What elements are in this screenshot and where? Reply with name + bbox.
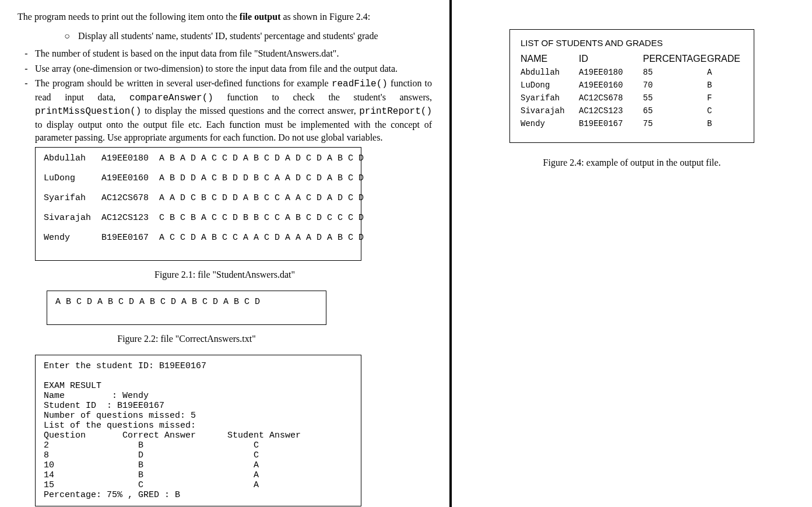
dash-icon: - [17,47,35,60]
cell-percentage: 70 [643,81,707,90]
cell-grade: B [707,119,742,128]
dash-bullet-list: - The number of student is based on the … [17,47,432,144]
figure-2-4-caption: Figure 2.4: example of output in the out… [543,158,721,168]
figure-2-4-header-row: NAME ID PERCENTAGE GRADE [521,54,743,64]
cell-name: Abdullah [521,68,579,77]
page-left-column: The program needs to print out the follo… [0,0,452,507]
figure-2-1-box: Abdullah A19EE0180 A B A D A C C D A B C… [35,147,361,261]
code-compareanswer: compareAnswer() [129,93,213,103]
bullet-1-text: The number of student is based on the in… [35,47,432,60]
figure-2-3-box: Enter the student ID: B19EE0167 EXAM RES… [35,355,361,506]
cell-percentage: 85 [643,68,707,77]
code-readfile: readFile() [332,79,388,89]
display-text: Display all students' name, students' ID… [78,31,378,41]
intro-prefix: The program needs to print out the follo… [17,12,240,22]
code-printreport: printReport() [359,106,432,117]
cell-name: LuDong [521,81,579,90]
display-line: ○ Display all students' name, students' … [64,31,432,41]
cell-grade: A [707,68,742,77]
figure-2-2-box: A B C D A B C D A B C D A B C D A B C D [47,291,326,325]
page-right-column: LIST OF STUDENTS AND GRADES NAME ID PERC… [452,0,812,507]
bullet-2: - Use array (one-dimension or two-dimens… [17,62,432,75]
cell-percentage: 75 [643,119,707,128]
cell-name: Wendy [521,119,579,128]
table-row: SyarifahAC12CS67855F [521,93,743,103]
figure-2-1-caption: Figure 2.1: file "StudentAnswers.dat" [17,270,432,280]
table-row: WendyB19EE016775B [521,119,743,128]
cell-percentage: 55 [643,93,707,103]
circle-bullet-icon: ○ [64,31,70,41]
cell-id: AC12CS123 [579,106,643,116]
col-name: NAME [521,54,579,64]
code-printmissquestion: printMissQuestion() [35,106,141,117]
cell-id: AC12CS678 [579,93,643,103]
table-row: SivarajahAC12CS12365C [521,106,743,116]
intro-paragraph: The program needs to print out the follo… [17,12,432,22]
col-percentage: PERCENTAGE [643,54,707,64]
figure-2-2-caption: Figure 2.2: file "CorrectAnswers.txt" [41,334,332,344]
bullet-3-text: The program should be written in several… [35,77,432,144]
cell-id: B19EE0167 [579,119,643,128]
cell-id: A19EE0180 [579,68,643,77]
bullet-3: - The program should be written in sever… [17,77,432,144]
intro-suffix: as shown in Figure 2.4: [280,12,370,22]
cell-grade: F [707,93,742,103]
figure-2-4-title: LIST OF STUDENTS AND GRADES [521,38,743,48]
figure-2-4-box: LIST OF STUDENTS AND GRADES NAME ID PERC… [509,29,754,143]
dash-icon: - [17,62,35,75]
cell-percentage: 65 [643,106,707,116]
table-row: LuDongA19EE016070B [521,81,743,90]
figure-2-4-rows: AbdullahA19EE018085ALuDongA19EE016070BSy… [521,68,743,128]
col-id: ID [579,54,643,64]
cell-grade: B [707,81,742,90]
dash-icon: - [17,77,35,144]
cell-name: Syarifah [521,93,579,103]
cell-name: Sivarajah [521,106,579,116]
intro-bold: file output [240,12,281,22]
cell-id: A19EE0160 [579,81,643,90]
cell-grade: C [707,106,742,116]
table-row: AbdullahA19EE018085A [521,68,743,77]
bullet-1: - The number of student is based on the … [17,47,432,60]
figure-2-2-content: A B C D A B C D A B C D A B C D A B C D [55,297,260,307]
col-grade: GRADE [707,54,742,64]
bullet-2-text: Use array (one-dimension or two-dimensio… [35,62,432,75]
